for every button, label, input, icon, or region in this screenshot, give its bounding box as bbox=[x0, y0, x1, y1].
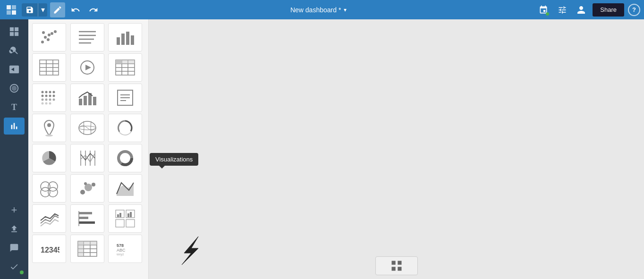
viz-item-donut[interactable] bbox=[108, 144, 142, 172]
svg-point-76 bbox=[48, 187, 58, 197]
sidebar-item-export[interactable] bbox=[4, 220, 25, 237]
svg-point-44 bbox=[45, 95, 48, 97]
viz-item-scatter[interactable] bbox=[32, 23, 66, 51]
help-button[interactable]: ? bbox=[628, 4, 640, 16]
viz-item-dotmatrix[interactable] bbox=[32, 84, 66, 112]
svg-rect-55 bbox=[84, 96, 87, 105]
sidebar-item-media[interactable] bbox=[4, 61, 25, 78]
sidebar-bottom: + bbox=[0, 202, 28, 279]
save-button[interactable] bbox=[22, 6, 38, 14]
svg-rect-7 bbox=[15, 32, 18, 36]
pin-icon-btn[interactable] bbox=[536, 2, 551, 17]
svg-rect-2 bbox=[7, 10, 11, 15]
viz-item-video[interactable] bbox=[70, 53, 104, 82]
svg-rect-92 bbox=[130, 212, 132, 217]
sidebar-item-status-container bbox=[4, 258, 25, 275]
svg-point-45 bbox=[49, 95, 51, 97]
viz-item-pie[interactable] bbox=[32, 144, 66, 172]
save-button-group: ▾ bbox=[22, 3, 47, 17]
svg-rect-83 bbox=[79, 221, 95, 224]
main-area: T + bbox=[0, 19, 644, 279]
sidebar-item-search[interactable] bbox=[4, 42, 25, 59]
viz-item-metric[interactable]: 123456 bbox=[32, 235, 66, 263]
sidebar-item-dashboard[interactable] bbox=[4, 23, 25, 40]
left-sidebar: T + bbox=[0, 19, 28, 279]
sidebar-item-add[interactable]: + bbox=[4, 202, 25, 219]
user-button[interactable] bbox=[574, 2, 589, 17]
svg-rect-22 bbox=[131, 35, 134, 45]
viz-item-table[interactable] bbox=[32, 53, 66, 82]
sidebar-item-visualizations[interactable] bbox=[4, 118, 25, 135]
svg-point-43 bbox=[42, 95, 44, 97]
viz-item-multiline[interactable] bbox=[32, 204, 66, 233]
cursor-arrow bbox=[172, 232, 210, 270]
svg-rect-101 bbox=[78, 241, 97, 245]
svg-point-40 bbox=[45, 91, 48, 93]
svg-rect-57 bbox=[93, 97, 96, 105]
right-tools: Share ? bbox=[536, 2, 640, 17]
svg-point-50 bbox=[53, 99, 55, 101]
svg-rect-81 bbox=[79, 212, 92, 214]
svg-rect-82 bbox=[79, 217, 88, 219]
viz-item-mappin[interactable] bbox=[32, 114, 66, 142]
viz-item-text-list[interactable] bbox=[70, 23, 104, 51]
svg-point-47 bbox=[42, 99, 44, 101]
svg-rect-20 bbox=[121, 34, 125, 45]
viz-item-richtext[interactable]: 578ABCwxyz bbox=[108, 235, 142, 263]
viz-item-radial[interactable] bbox=[108, 114, 142, 142]
viz-item-hbar[interactable] bbox=[70, 204, 104, 233]
svg-marker-30 bbox=[85, 65, 91, 70]
dashboard-title: New dashboard * bbox=[290, 6, 341, 14]
viz-item-worldmap[interactable] bbox=[70, 114, 104, 142]
viz-grid: 123456 578ABCwxyz bbox=[32, 23, 144, 263]
viz-item-note[interactable] bbox=[108, 84, 142, 112]
bottom-grid-widget[interactable] bbox=[375, 256, 418, 275]
svg-text:wxyz: wxyz bbox=[116, 253, 124, 256]
svg-point-53 bbox=[49, 102, 51, 105]
svg-point-39 bbox=[42, 91, 44, 93]
viz-item-crosstable[interactable] bbox=[108, 53, 142, 82]
edit-button[interactable] bbox=[50, 2, 65, 17]
filter-button[interactable] bbox=[555, 2, 570, 17]
svg-point-51 bbox=[42, 102, 44, 105]
viz-item-bubble[interactable] bbox=[70, 174, 104, 203]
title-dropdown-button[interactable]: ▾ bbox=[344, 7, 347, 13]
svg-rect-54 bbox=[79, 99, 82, 105]
svg-point-11 bbox=[51, 32, 53, 35]
tooltip-text: Visualizations bbox=[155, 156, 193, 163]
app-icon[interactable] bbox=[4, 2, 19, 17]
visualizations-tooltip: Visualizations bbox=[150, 153, 198, 166]
svg-rect-91 bbox=[127, 213, 129, 217]
top-toolbar: ▾ New dashboard * ▾ bbox=[0, 0, 644, 19]
svg-rect-3 bbox=[12, 10, 16, 15]
sidebar-item-layers[interactable] bbox=[4, 80, 25, 97]
viz-item-linebar[interactable] bbox=[70, 84, 104, 112]
svg-text:123456: 123456 bbox=[41, 246, 59, 254]
redo-button[interactable] bbox=[86, 2, 101, 17]
canvas-area[interactable]: Visualizations bbox=[149, 19, 644, 279]
viz-item-pivot-table[interactable] bbox=[70, 235, 104, 263]
dashboard-title-area: New dashboard * ▾ bbox=[101, 6, 536, 14]
viz-item-circles[interactable] bbox=[32, 174, 66, 203]
svg-point-13 bbox=[48, 34, 51, 36]
svg-text:578: 578 bbox=[117, 243, 124, 248]
svg-rect-6 bbox=[10, 32, 14, 36]
svg-point-63 bbox=[45, 135, 53, 136]
viz-item-area[interactable] bbox=[108, 174, 142, 203]
share-button[interactable]: Share bbox=[593, 3, 624, 17]
sidebar-item-text[interactable]: T bbox=[4, 99, 25, 116]
undo-button[interactable] bbox=[68, 2, 83, 17]
svg-point-12 bbox=[54, 30, 57, 33]
sidebar-item-comments[interactable] bbox=[4, 239, 25, 256]
viz-item-bar[interactable] bbox=[108, 23, 142, 51]
save-dropdown-button[interactable]: ▾ bbox=[38, 3, 47, 17]
svg-point-75 bbox=[41, 187, 50, 197]
viz-item-parallel[interactable] bbox=[70, 144, 104, 172]
svg-rect-38 bbox=[116, 60, 135, 64]
svg-point-14 bbox=[42, 31, 45, 34]
viz-item-small-multiples[interactable] bbox=[108, 204, 142, 233]
svg-rect-21 bbox=[126, 32, 129, 45]
svg-point-46 bbox=[53, 95, 55, 97]
status-indicator bbox=[20, 271, 24, 274]
svg-point-62 bbox=[47, 123, 51, 127]
